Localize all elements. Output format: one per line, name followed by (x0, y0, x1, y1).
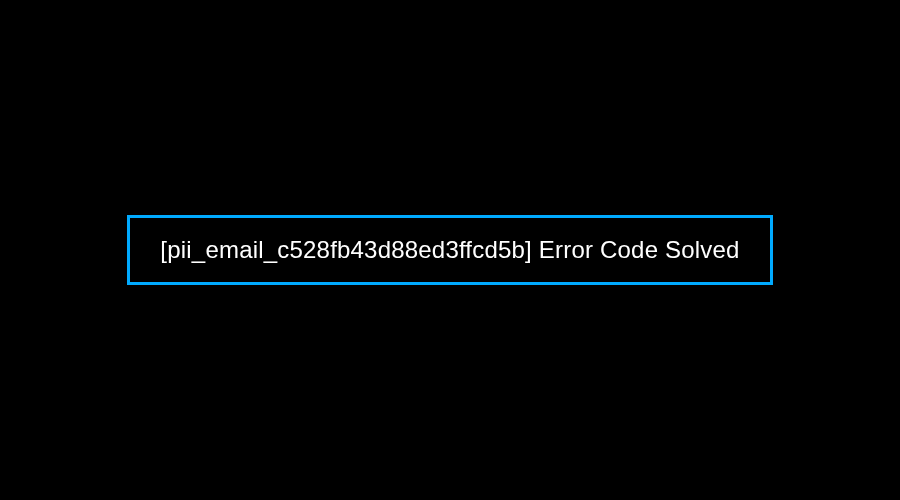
message-text: [pii_email_c528fb43d88ed3ffcd5b] Error C… (160, 236, 739, 264)
message-container: [pii_email_c528fb43d88ed3ffcd5b] Error C… (127, 215, 772, 285)
